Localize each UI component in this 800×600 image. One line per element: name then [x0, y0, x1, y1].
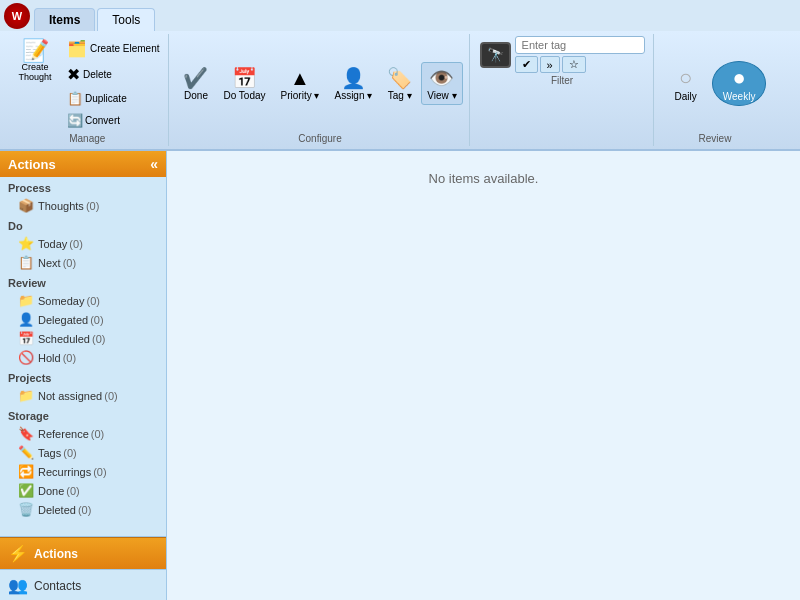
- thoughts-icon: 📦: [18, 198, 34, 213]
- filter-star[interactable]: ☆: [562, 56, 586, 73]
- reference-icon: 🔖: [18, 426, 34, 441]
- daily-button[interactable]: ○ Daily: [664, 61, 708, 106]
- section-projects-label: Projects: [0, 367, 166, 386]
- tree-item-today[interactable]: ⭐ Today (0): [0, 234, 166, 253]
- done-button[interactable]: ✔️ Done: [177, 62, 214, 105]
- tab-items[interactable]: Items: [34, 8, 95, 31]
- assign-button[interactable]: 👤 Assign ▾: [328, 62, 378, 105]
- today-icon: ⭐: [18, 236, 34, 251]
- content-area: No items available.: [167, 151, 800, 600]
- configure-group: ✔️ Done 📅 Do Today ▲ Priority ▾ 👤 Assign…: [171, 34, 469, 146]
- filter-label: Filter: [551, 75, 573, 86]
- not-assigned-icon: 📁: [18, 388, 34, 403]
- create-element-button[interactable]: 🗂️ Create Element: [62, 36, 164, 61]
- manage-label: Manage: [69, 133, 105, 144]
- someday-icon: 📁: [18, 293, 34, 308]
- contacts-nav-icon: 👥: [8, 576, 28, 595]
- view-button[interactable]: 👁️ View ▾: [421, 62, 462, 105]
- section-storage-label: Storage: [0, 405, 166, 424]
- configure-label: Configure: [298, 133, 341, 144]
- filter-group: 🔭 ✔ » ☆ Filter: [472, 34, 654, 146]
- convert-button[interactable]: 🔄 Convert: [62, 110, 164, 131]
- delegated-icon: 👤: [18, 312, 34, 327]
- sidebar: Actions « .sb-tree::-webkit-scrollbar{wi…: [0, 151, 167, 600]
- deleted-icon: 🗑️: [18, 502, 34, 517]
- tag-input[interactable]: [515, 36, 645, 54]
- nav-item-actions[interactable]: ⚡ Actions: [0, 537, 166, 569]
- manage-group: 📝 Create Thought 🗂️ Create Element ✖ Del…: [6, 34, 169, 146]
- tags-icon: ✏️: [18, 445, 34, 460]
- tree-item-next[interactable]: 📋 Next (0): [0, 253, 166, 272]
- nav-item-contacts[interactable]: 👥 Contacts: [0, 569, 166, 600]
- section-do-label: Do: [0, 215, 166, 234]
- tree-item-scheduled[interactable]: 📅 Scheduled (0): [0, 329, 166, 348]
- tree-item-thoughts[interactable]: 📦 Thoughts (0): [0, 196, 166, 215]
- actions-nav-icon: ⚡: [8, 544, 28, 563]
- sidebar-header: Actions «: [0, 151, 166, 177]
- next-icon: 📋: [18, 255, 34, 270]
- tree-item-delegated[interactable]: 👤 Delegated (0): [0, 310, 166, 329]
- weekly-button[interactable]: ● Weekly: [712, 61, 767, 106]
- review-label: Review: [699, 133, 732, 144]
- create-thought-button[interactable]: 📝 Create Thought: [10, 36, 60, 86]
- done-icon: ✅: [18, 483, 34, 498]
- tree-item-recurrings[interactable]: 🔁 Recurrings (0): [0, 462, 166, 481]
- collapse-icon[interactable]: «: [150, 156, 158, 172]
- section-review-label: Review: [0, 272, 166, 291]
- empty-message: No items available.: [429, 171, 539, 186]
- tree-item-deleted[interactable]: 🗑️ Deleted (0): [0, 500, 166, 519]
- binoculars-button[interactable]: 🔭: [480, 42, 511, 68]
- tree-item-hold[interactable]: 🚫 Hold (0): [0, 348, 166, 367]
- priority-button[interactable]: ▲ Priority ▾: [275, 63, 326, 105]
- hold-icon: 🚫: [18, 350, 34, 365]
- do-today-button[interactable]: 📅 Do Today: [217, 62, 271, 105]
- tree-item-tags[interactable]: ✏️ Tags (0): [0, 443, 166, 462]
- section-process-label: Process: [0, 177, 166, 196]
- tree-item-done[interactable]: ✅ Done (0): [0, 481, 166, 500]
- tag-button[interactable]: 🏷️ Tag ▾: [381, 62, 418, 105]
- tree-item-not-assigned[interactable]: 📁 Not assigned (0): [0, 386, 166, 405]
- scheduled-icon: 📅: [18, 331, 34, 346]
- filter-arrow1[interactable]: ✔: [515, 56, 538, 73]
- tree-item-someday[interactable]: 📁 Someday (0): [0, 291, 166, 310]
- filter-arrow2[interactable]: »: [540, 56, 560, 73]
- delete-button[interactable]: ✖ Delete: [62, 62, 164, 87]
- recurrings-icon: 🔁: [18, 464, 34, 479]
- sidebar-nav: ⚡ Actions 👥 Contacts ⚙️ Settings: [0, 536, 166, 600]
- tree-item-reference[interactable]: 🔖 Reference (0): [0, 424, 166, 443]
- duplicate-button[interactable]: 📋 Duplicate: [62, 88, 164, 109]
- sidebar-tree: .sb-tree::-webkit-scrollbar{width:7px} .…: [0, 177, 166, 536]
- app-logo: W: [4, 3, 30, 29]
- tab-tools[interactable]: Tools: [97, 8, 155, 31]
- review-group: ○ Daily ● Weekly Review: [656, 34, 775, 146]
